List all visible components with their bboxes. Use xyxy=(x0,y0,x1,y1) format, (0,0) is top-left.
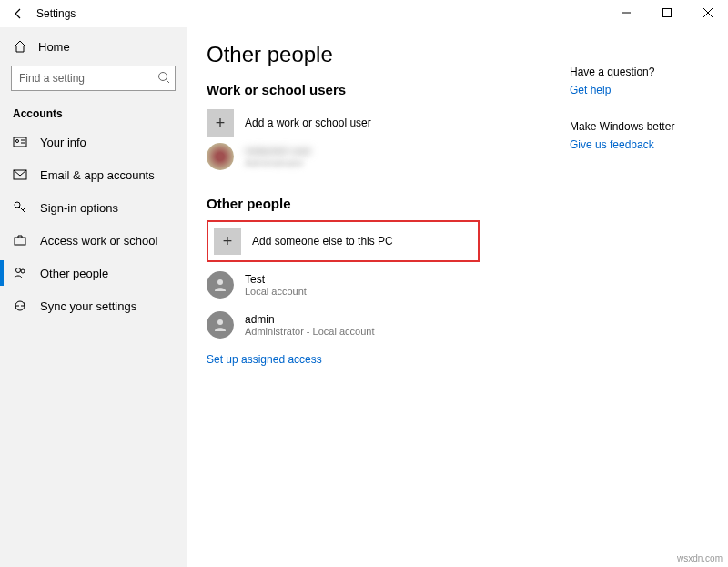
svg-rect-6 xyxy=(14,137,26,147)
add-work-school-user-button[interactable]: + Add a work or school user xyxy=(207,106,480,139)
briefcase-icon xyxy=(13,233,27,248)
plus-icon: + xyxy=(214,228,241,255)
sidebar-item-label: Your info xyxy=(40,136,86,149)
section-other-people-heading: Other people xyxy=(207,196,728,211)
sidebar-item-label: Other people xyxy=(40,267,108,280)
maximize-icon xyxy=(662,8,672,17)
avatar xyxy=(207,271,234,299)
aside-question: Make Windows better xyxy=(570,120,706,133)
window-title: Settings xyxy=(36,7,76,20)
add-label: Add someone else to this PC xyxy=(252,235,393,248)
sidebar-item-your-info[interactable]: Your info xyxy=(0,126,187,158)
svg-line-12 xyxy=(19,207,25,213)
setup-assigned-access-link[interactable]: Set up assigned access xyxy=(207,353,322,366)
user-sub: Local account xyxy=(245,286,307,297)
user-name: redacted user xyxy=(245,145,311,157)
close-icon xyxy=(703,8,713,17)
page-title: Other people xyxy=(207,42,728,67)
aside-question: Have a question? xyxy=(570,66,706,78)
mail-icon xyxy=(13,167,27,182)
svg-point-18 xyxy=(217,319,223,325)
other-user-row[interactable]: Test Local account xyxy=(207,268,728,308)
search-icon xyxy=(157,71,170,84)
sidebar: Home Accounts Your info Email & app acco… xyxy=(0,27,187,567)
watermark: wsxdn.com xyxy=(677,553,723,563)
feedback-link[interactable]: Give us feedback xyxy=(570,138,706,151)
sidebar-item-label: Access work or school xyxy=(40,234,157,248)
sidebar-item-label: Email & app accounts xyxy=(40,168,155,182)
svg-point-17 xyxy=(217,279,223,285)
home-icon xyxy=(13,39,27,54)
svg-rect-14 xyxy=(15,238,25,245)
add-someone-button[interactable]: + Add someone else to this PC xyxy=(207,220,480,262)
svg-point-16 xyxy=(21,269,25,273)
svg-point-7 xyxy=(16,140,19,143)
minimize-icon xyxy=(622,8,631,17)
maximize-button[interactable] xyxy=(646,0,687,25)
svg-point-15 xyxy=(16,268,21,273)
add-label: Add a work or school user xyxy=(245,116,371,129)
key-icon xyxy=(13,200,27,215)
svg-line-5 xyxy=(167,80,170,84)
person-icon xyxy=(213,278,228,292)
avatar xyxy=(207,311,234,339)
svg-point-4 xyxy=(159,73,167,81)
sidebar-item-other-people[interactable]: Other people xyxy=(0,257,187,289)
arrow-left-icon xyxy=(12,7,25,20)
close-button[interactable] xyxy=(687,0,728,25)
get-help-link[interactable]: Get help xyxy=(570,84,706,96)
main-content: Other people Work or school users + Add … xyxy=(187,27,728,567)
sidebar-item-email[interactable]: Email & app accounts xyxy=(0,158,187,191)
sidebar-item-sync[interactable]: Sync your settings xyxy=(0,289,187,322)
other-user-row[interactable]: admin Administrator - Local account xyxy=(207,308,728,348)
sidebar-item-signin[interactable]: Sign-in options xyxy=(0,191,187,224)
svg-rect-1 xyxy=(662,9,671,17)
plus-icon: + xyxy=(207,109,234,137)
home-label: Home xyxy=(38,40,70,54)
sidebar-item-label: Sync your settings xyxy=(40,299,136,313)
people-icon xyxy=(13,266,27,280)
sidebar-item-label: Sign-in options xyxy=(40,201,118,215)
back-button[interactable] xyxy=(7,3,29,25)
id-card-icon xyxy=(13,135,27,149)
user-sub: Administrator - Local account xyxy=(245,326,374,337)
search-input[interactable] xyxy=(11,66,176,91)
sidebar-item-work-school[interactable]: Access work or school xyxy=(0,224,187,257)
user-name: Test xyxy=(245,273,307,286)
home-button[interactable]: Home xyxy=(0,35,187,58)
svg-line-13 xyxy=(23,208,25,210)
user-sub: Administrator xyxy=(245,157,311,168)
minimize-button[interactable] xyxy=(605,0,646,25)
sync-icon xyxy=(13,299,27,313)
person-icon xyxy=(213,318,228,332)
sidebar-section-title: Accounts xyxy=(0,98,187,126)
avatar xyxy=(207,143,234,170)
aside-panel: Have a question? Get help Make Windows b… xyxy=(570,66,706,175)
user-name: admin xyxy=(245,313,374,326)
